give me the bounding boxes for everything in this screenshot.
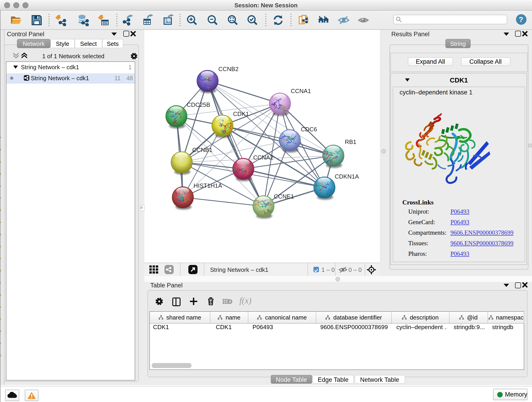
svg-text:CCNB1: CCNB1 [192,146,212,153]
svg-text:CDC25B: CDC25B [186,101,210,108]
svg-text:CCNA1: CCNA1 [291,87,311,94]
svg-text:HIST1H1A: HIST1H1A [193,182,222,189]
svg-text:RB1: RB1 [345,138,356,145]
svg-text:CCNE1: CCNE1 [273,193,294,200]
svg-text:CDC6: CDC6 [301,126,317,133]
svg-text:CCNB2: CCNB2 [218,65,238,72]
svg-text:CCNA2: CCNA2 [253,154,273,161]
svg-text:CDK1: CDK1 [233,110,249,117]
svg-text:CDKN1A: CDKN1A [335,173,359,180]
